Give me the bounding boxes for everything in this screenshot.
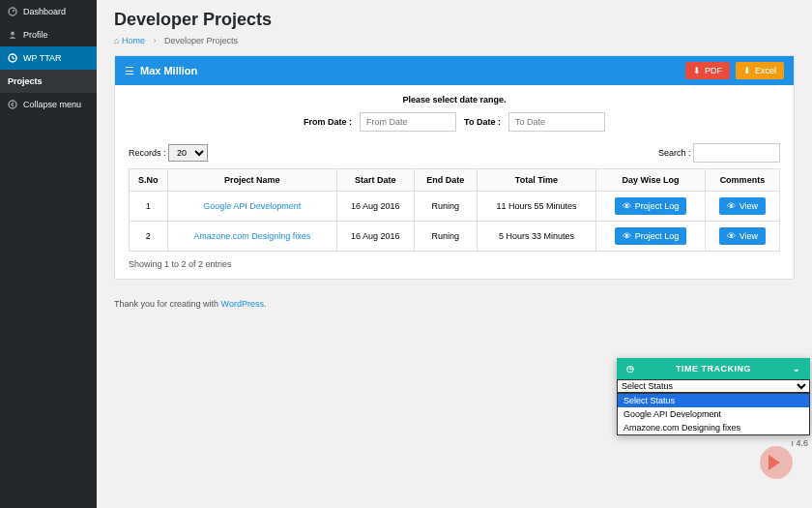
sidebar-label: Dashboard <box>23 7 66 16</box>
status-select[interactable]: Select Status <box>617 379 810 393</box>
eye-icon: 👁 <box>727 201 736 211</box>
th-sno[interactable]: S.No <box>130 169 168 192</box>
sidebar-label: Collapse menu <box>23 100 81 109</box>
th-comments[interactable]: Comments <box>705 169 779 192</box>
collapse-icon <box>8 100 17 109</box>
breadcrumb: ⌂ Home › Developer Projects <box>114 36 795 45</box>
projects-table: S.No Project Name Start Date End Date To… <box>129 168 780 252</box>
th-name[interactable]: Project Name <box>167 169 336 192</box>
status-dropdown-list: Select Status Google API Development Ama… <box>617 393 810 435</box>
records-select[interactable]: 20 <box>168 144 208 162</box>
search-input[interactable] <box>693 143 780 163</box>
play-button[interactable] <box>760 446 793 479</box>
clock-icon <box>8 53 17 63</box>
excel-button[interactable]: ⬇Excel <box>736 62 784 79</box>
project-log-button[interactable]: 👁Project Log <box>615 227 687 245</box>
sidebar-label: Profile <box>23 30 48 40</box>
eye-icon: 👁 <box>623 201 631 211</box>
page-title: Developer Projects <box>114 10 795 30</box>
status-option[interactable]: Select Status <box>618 394 809 407</box>
panel-header: ☰ Max Million ⬇PDF ⬇Excel <box>115 56 794 85</box>
time-tracking-panel: ◷ TIME TRACKING ⌄ Select Status Select S… <box>617 358 810 435</box>
download-icon: ⬇ <box>743 66 751 75</box>
search-label: Search : <box>658 148 691 158</box>
table-info: Showing 1 to 2 of 2 entries <box>129 259 780 269</box>
time-tracking-header[interactable]: ◷ TIME TRACKING ⌄ <box>617 358 810 379</box>
wordpress-link[interactable]: WordPress <box>221 299 264 309</box>
th-start[interactable]: Start Date <box>336 169 414 192</box>
from-date-label: From Date : <box>304 117 352 127</box>
footer: Thank you for creating with WordPress. <box>114 291 795 316</box>
view-button[interactable]: 👁View <box>719 197 766 215</box>
project-log-button[interactable]: 👁Project Log <box>615 197 687 215</box>
download-icon: ⬇ <box>693 66 701 75</box>
th-end[interactable]: End Date <box>414 169 477 192</box>
sidebar-item-collapse[interactable]: Collapse menu <box>0 93 97 116</box>
date-range-prompt: Please select date range. <box>129 95 780 105</box>
sidebar-item-wpttar[interactable]: WP TTAR <box>0 46 97 70</box>
table-row: 1 Google API Development 16 Aug 2016 Run… <box>130 192 780 222</box>
project-link[interactable]: Amazone.com Designing fixes <box>193 231 310 241</box>
sidebar-sub-projects[interactable]: Projects <box>0 70 97 93</box>
eye-icon: 👁 <box>623 231 631 241</box>
crumb-home[interactable]: Home <box>122 36 145 45</box>
status-option[interactable]: Google API Development <box>618 407 809 421</box>
sidebar-label: WP TTAR <box>23 53 62 63</box>
svg-point-1 <box>11 32 14 36</box>
chevron-right-icon: › <box>153 36 156 45</box>
clock-icon: ◷ <box>626 364 635 374</box>
pdf-button[interactable]: ⬇PDF <box>685 62 730 79</box>
records-label: Records : <box>129 148 166 158</box>
table-row: 2 Amazone.com Designing fixes 16 Aug 201… <box>130 222 780 252</box>
to-date-input[interactable] <box>508 112 605 132</box>
dashboard-icon <box>8 7 17 16</box>
view-button[interactable]: 👁View <box>719 227 766 245</box>
eye-icon: 👁 <box>727 231 736 241</box>
user-panel: ☰ Max Million ⬇PDF ⬇Excel Please select … <box>114 55 795 280</box>
status-option[interactable]: Amazone.com Designing fixes <box>618 421 809 434</box>
panel-user-name: Max Million <box>140 65 680 76</box>
th-log[interactable]: Day Wise Log <box>596 169 705 192</box>
th-time[interactable]: Total Time <box>477 169 596 192</box>
from-date-input[interactable] <box>360 112 456 132</box>
home-icon: ⌂ <box>114 36 119 45</box>
chevron-down-icon: ⌄ <box>793 364 801 374</box>
user-icon <box>8 30 17 40</box>
version-label: ı 4.6 <box>791 438 808 448</box>
to-date-label: To Date : <box>464 117 501 127</box>
bars-icon: ☰ <box>125 65 134 77</box>
admin-sidebar: Dashboard Profile WP TTAR Projects Colla… <box>0 0 97 508</box>
sidebar-item-profile[interactable]: Profile <box>0 23 97 46</box>
project-link[interactable]: Google API Development <box>203 201 301 211</box>
crumb-current: Developer Projects <box>164 36 238 45</box>
sidebar-item-dashboard[interactable]: Dashboard <box>0 0 97 23</box>
